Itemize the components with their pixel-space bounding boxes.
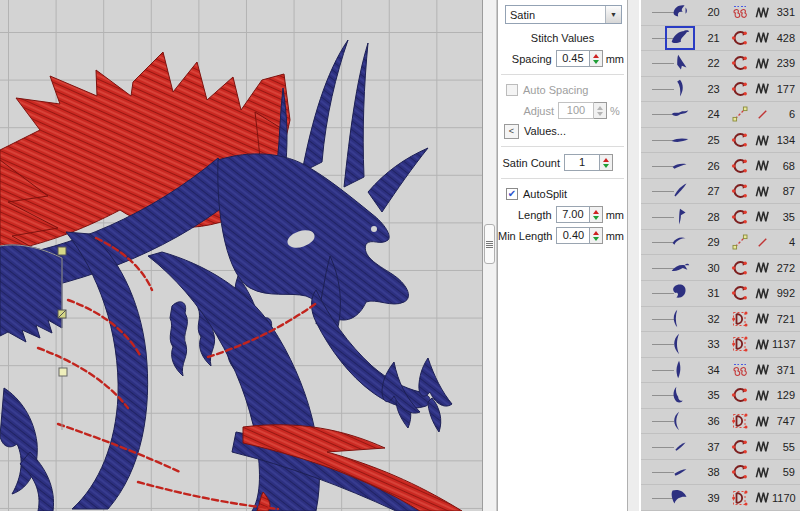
zigzag-icon[interactable] — [753, 438, 772, 455]
satin-count-stepper[interactable] — [600, 154, 613, 171]
object-list-row[interactable]: 31992 — [641, 281, 800, 307]
zigzag-icon[interactable] — [753, 489, 772, 506]
auto-spacing-checkbox[interactable] — [506, 84, 518, 96]
object-thumbnail-cell[interactable] — [641, 383, 700, 408]
satin-column-icon[interactable] — [727, 182, 753, 200]
object-thumbnail-cell[interactable] — [641, 281, 700, 306]
satin-column-icon[interactable] — [727, 131, 753, 149]
object-thumbnail[interactable] — [665, 460, 695, 484]
zigzag-icon[interactable] — [753, 80, 772, 97]
object-thumbnail[interactable] — [665, 409, 695, 433]
object-list-row[interactable]: 294 — [641, 230, 800, 256]
object-thumbnail[interactable] — [665, 230, 695, 254]
fill-object-icon[interactable] — [727, 3, 753, 21]
zigzag-icon[interactable] — [753, 4, 772, 21]
spacing-input[interactable]: 0.45 — [556, 50, 591, 67]
run-line-icon[interactable] — [753, 106, 772, 123]
zigzag-icon[interactable] — [753, 413, 772, 430]
panel-splitter[interactable] — [483, 0, 497, 511]
satin-column-icon[interactable] — [727, 259, 753, 277]
zigzag-icon[interactable] — [753, 183, 772, 200]
zigzag-icon[interactable] — [753, 361, 772, 378]
object-list-row[interactable]: 25134 — [641, 128, 800, 154]
spacing-stepper[interactable] — [590, 50, 602, 67]
object-thumbnail-cell[interactable] — [641, 153, 700, 178]
object-thumbnail[interactable] — [665, 102, 695, 126]
satin-column-icon[interactable] — [727, 157, 753, 175]
satin-column-icon[interactable] — [727, 386, 753, 404]
object-thumbnail-cell[interactable] — [641, 358, 700, 383]
object-thumbnail[interactable] — [665, 154, 695, 178]
run-stitch-icon[interactable] — [727, 105, 753, 123]
object-thumbnail-cell[interactable] — [641, 434, 700, 459]
object-list-row[interactable]: 2668 — [641, 153, 800, 179]
satin-count-input[interactable]: 1 — [564, 154, 600, 171]
design-canvas[interactable] — [0, 0, 483, 511]
fill-object-icon[interactable] — [727, 361, 753, 379]
object-list-row[interactable]: 20331 — [641, 0, 800, 26]
object-thumbnail[interactable] — [665, 486, 695, 510]
object-list-row[interactable]: 3859 — [641, 460, 800, 486]
zigzag-icon[interactable] — [753, 387, 772, 404]
object-list-row[interactable]: 3755 — [641, 434, 800, 460]
dropdown-button[interactable]: ▼ — [605, 6, 621, 23]
object-thumbnail-cell[interactable] — [641, 102, 700, 127]
object-thumbnail[interactable] — [665, 307, 695, 331]
object-thumbnail-cell[interactable] — [641, 255, 700, 280]
object-thumbnail[interactable] — [665, 332, 695, 356]
zigzag-icon[interactable] — [753, 157, 772, 174]
selection-node[interactable] — [59, 368, 67, 376]
object-thumbnail[interactable] — [665, 128, 695, 152]
zigzag-icon[interactable] — [753, 208, 772, 225]
object-list-row[interactable]: 30272 — [641, 255, 800, 281]
satin-column-icon[interactable] — [727, 438, 753, 456]
selected-object-thumbnail[interactable] — [665, 26, 695, 50]
min-length-stepper[interactable] — [590, 227, 602, 244]
object-thumbnail[interactable] — [665, 281, 695, 305]
satin-column-icon[interactable] — [727, 29, 753, 47]
satin-column-icon[interactable] — [727, 80, 753, 98]
object-thumbnail[interactable] — [665, 0, 695, 24]
satin-column-icon[interactable] — [727, 54, 753, 72]
zigzag-icon[interactable] — [753, 464, 772, 481]
object-list-row[interactable]: 246 — [641, 102, 800, 128]
zigzag-icon[interactable] — [753, 310, 772, 327]
object-thumbnail-cell[interactable] — [641, 460, 700, 485]
length-stepper[interactable] — [590, 206, 602, 223]
object-list-row[interactable]: 35129 — [641, 383, 800, 409]
object-thumbnail[interactable] — [665, 383, 695, 407]
column-d-icon[interactable] — [727, 310, 753, 328]
run-line-icon[interactable] — [753, 234, 772, 251]
object-thumbnail-cell[interactable] — [641, 77, 700, 102]
object-list-row[interactable]: 2787 — [641, 179, 800, 205]
object-thumbnail[interactable] — [665, 179, 695, 203]
column-d-icon[interactable] — [727, 412, 753, 430]
object-thumbnail[interactable] — [665, 51, 695, 75]
autosplit-checkbox[interactable]: ✔ — [506, 188, 518, 200]
adjust-stepper[interactable] — [594, 102, 607, 119]
zigzag-icon[interactable] — [753, 55, 772, 72]
values-expand-button[interactable]: < — [504, 124, 519, 139]
column-d-icon[interactable] — [727, 335, 753, 353]
object-thumbnail-cell[interactable] — [641, 230, 700, 255]
zigzag-icon[interactable] — [753, 259, 772, 276]
zigzag-icon[interactable] — [753, 132, 772, 149]
min-length-input[interactable]: 0.40 — [556, 227, 590, 244]
object-thumbnail-cell[interactable] — [641, 409, 700, 434]
satin-column-icon[interactable] — [727, 463, 753, 481]
object-thumbnail[interactable] — [665, 77, 695, 101]
object-thumbnail-cell[interactable] — [641, 307, 700, 332]
zigzag-icon[interactable] — [753, 29, 772, 46]
object-list-row[interactable]: 34371 — [641, 358, 800, 384]
run-stitch-icon[interactable] — [727, 233, 753, 251]
object-thumbnail-cell[interactable] — [641, 485, 700, 510]
object-list-row[interactable]: 391170 — [641, 485, 800, 511]
object-thumbnail-cell[interactable] — [641, 128, 700, 153]
object-thumbnail-cell[interactable] — [641, 204, 700, 229]
object-list-row[interactable]: 331137 — [641, 332, 800, 358]
object-list-row[interactable]: 32721 — [641, 307, 800, 333]
zigzag-icon[interactable] — [753, 285, 772, 302]
object-list-row[interactable]: 22239 — [641, 51, 800, 77]
satin-column-icon[interactable] — [727, 284, 753, 302]
object-thumbnail[interactable] — [665, 256, 695, 280]
